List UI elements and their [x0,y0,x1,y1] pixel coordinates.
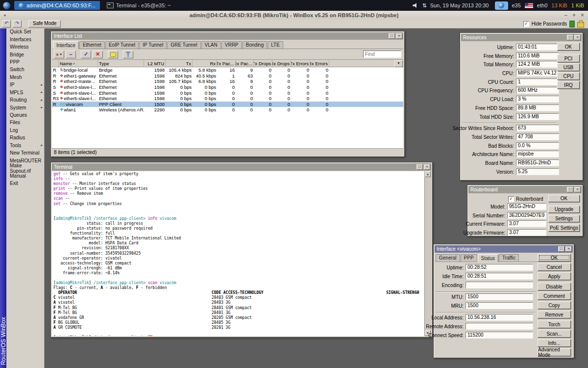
ok-button[interactable]: OK [548,195,580,202]
field-serial-number-value[interactable]: 3E2D0294D7E9 [507,212,546,219]
field-architecture-name-value[interactable]: mipsbe [516,151,559,158]
column-header-type[interactable]: Type [98,60,144,67]
sidebar-item-quick-set[interactable]: Quick Set [6,28,44,35]
sidebar-item-mpls[interactable]: MPLS▸ [6,89,44,96]
field-uptime-value[interactable]: 01:43:01 [516,44,559,51]
vivacom-tab-general[interactable]: General [436,254,460,262]
terminal-scrollbar[interactable]: ▲ ▼ [424,171,431,336]
column-header-name[interactable]: Name▴ [59,60,98,67]
routerboard-titlebar[interactable]: Routerboard □ × [468,186,582,193]
hide-passwords-checkbox[interactable]: ✓ [523,21,529,27]
remove-button[interactable]: Remove [538,311,571,318]
field-cpu-count-value[interactable]: 1 [516,79,559,85]
column-header-txe[interactable]: Tx Errors [291,60,310,67]
column-selector-button[interactable]: ▼ [394,60,403,67]
terminal-output[interactable]: get -- Gets value of item's property inf… [53,172,419,336]
column-header-l2mtu[interactable]: L2 MTU [144,60,166,67]
interface-row-vivacom[interactable]: R◇◇vivacomPPP Client15000 bps0 bps000000 [52,102,403,107]
vivacom-tab-ppp[interactable]: PPP [461,254,477,262]
vivacom-tab-traffic[interactable]: Traffic [499,254,519,262]
sidebar-item-bridge[interactable]: Bridge [6,51,44,58]
field-local-address-value[interactable]: 10.56.238.16 [466,314,533,321]
field-connect-speed-value[interactable]: 115200 [466,332,533,339]
maximize-icon[interactable]: □ [567,35,573,40]
maximize-icon[interactable]: □ [558,246,564,252]
sidebar-item-routing[interactable]: Routing▸ [6,96,44,104]
remove-button[interactable]: − [66,51,76,58]
field-total-sector-writes-value[interactable]: 47 708 [516,133,559,140]
maximize-icon[interactable]: □ [389,33,395,39]
cancel-button[interactable]: Cancel [538,263,571,271]
field-remote-address-value[interactable] [466,323,533,330]
interface-row-ether3-slave-l[interactable]: S❖ether3-slave-l...Ethernet15980 bps0 bp… [52,84,403,90]
close-icon[interactable]: × [424,164,430,170]
column-header-rxd[interactable]: Rx Drops [272,60,291,67]
field-cpu-value[interactable]: MIPS 74Kc V4.12 [516,70,559,77]
maximize-icon[interactable]: + [572,12,576,19]
sidebar-item-radius[interactable]: Radius [6,134,44,141]
scroll-up-icon[interactable]: ▲ [425,171,431,177]
field-total-memory-value[interactable]: 124.2 MiB [516,61,559,68]
interface-list-titlebar[interactable]: Interface List □ × [52,32,403,40]
filter-button[interactable] [123,51,133,58]
tab-ip-tunnel[interactable]: IP Tunnel [139,41,167,49]
field-upgrade-firmware-value[interactable]: 3.07 [507,229,546,236]
close-icon[interactable]: × [574,35,581,40]
cpu-button[interactable]: CPU [557,72,580,80]
column-header-flag[interactable] [52,60,59,67]
field-free-hdd-space-value[interactable]: 89.8 MB [516,105,559,111]
field-uptime-value[interactable]: 00:28:52 [466,264,533,271]
vivacom-tab-status[interactable]: Status [478,254,498,262]
column-header-rx[interactable]: Rx [193,60,217,67]
irq-button[interactable]: IRQ [557,81,580,89]
field-mru-value[interactable]: 1500 [466,302,533,309]
winbox-tray-icon[interactable] [495,1,508,10]
safe-mode-button[interactable]: Safe Mode [28,20,61,27]
comment-button[interactable]: Comment [538,292,571,300]
ok-button[interactable]: OK [538,254,571,262]
field-board-name-value[interactable]: RB951G-2HnD [516,159,559,166]
field-mtu-value[interactable]: 1500 [466,293,533,300]
enable-button[interactable]: ✓ [81,51,91,58]
tab-lte[interactable]: LTE [268,41,283,49]
ok-button[interactable]: OK [557,43,580,51]
tab-vrrp[interactable]: VRRP [221,41,242,49]
column-header-rxe[interactable]: Rx Errors [310,60,329,67]
interface-row-ether5-slave-l[interactable]: RS❖ether5-slave-l...Ethernet15980 bps0 b… [52,96,403,102]
routerboard-checkbox[interactable]: ✓ [508,196,514,202]
tab-bonding[interactable]: Bonding [243,41,268,49]
column-header-txp[interactable]: Tx Pac... [217,60,236,67]
network-arrows-icon[interactable]: ⇅ [422,2,426,9]
maximize-icon[interactable]: □ [416,164,423,170]
column-header-txd[interactable]: Tx Drops [254,60,272,67]
upgrade-button[interactable]: Upgrade [548,206,580,213]
usb-button[interactable]: USB [557,63,580,71]
field-version-value[interactable]: 5.25 [516,168,559,175]
clock[interactable]: Sun, 19 May 2013 20:30 [430,2,489,8]
column-header-rxp[interactable]: Rx Pac... [236,60,254,67]
column-header-tx[interactable]: Tx [166,60,193,67]
window-menu-icon[interactable]: ▾ [4,13,6,18]
field-cpu-frequency-value[interactable]: 600 MHz [516,87,559,94]
sidebar-item-ip[interactable]: IP▸ [6,81,44,88]
sidebar-item-exit[interactable]: Exit [6,180,44,187]
tab-vlan[interactable]: VLAN [201,41,221,49]
tab-ethernet[interactable]: Ethernet [79,41,105,49]
pci-button[interactable]: PCI [557,54,580,62]
field-current-firmware-value[interactable]: 3.07 [507,220,546,227]
minimize-icon[interactable]: − [564,12,567,19]
close-icon[interactable]: × [574,187,581,192]
close-icon[interactable]: × [565,246,572,252]
sidebar-item-tools[interactable]: Tools▸ [6,142,44,149]
comment-button[interactable] [108,51,118,58]
terminal-body[interactable]: get -- Gets value of item's property inf… [52,171,431,336]
tab-interface[interactable]: Interface [53,41,79,49]
sidebar-item-ppp[interactable]: PPP [6,58,44,66]
sidebar-item-make-supout-rif[interactable]: Make Supout.rif [6,164,44,172]
vivacom-titlebar[interactable]: Interface <vivacom> □ × [435,245,573,253]
volume-icon[interactable] [413,3,418,8]
taskbar-window-terminal[interactable]: Terminal - e35@e35: ~ [102,1,175,10]
torch-button[interactable]: Torch [538,320,571,328]
poe-settings-button[interactable]: PoE Settings [548,224,580,232]
sidebar-item-files[interactable]: Files [6,119,44,126]
